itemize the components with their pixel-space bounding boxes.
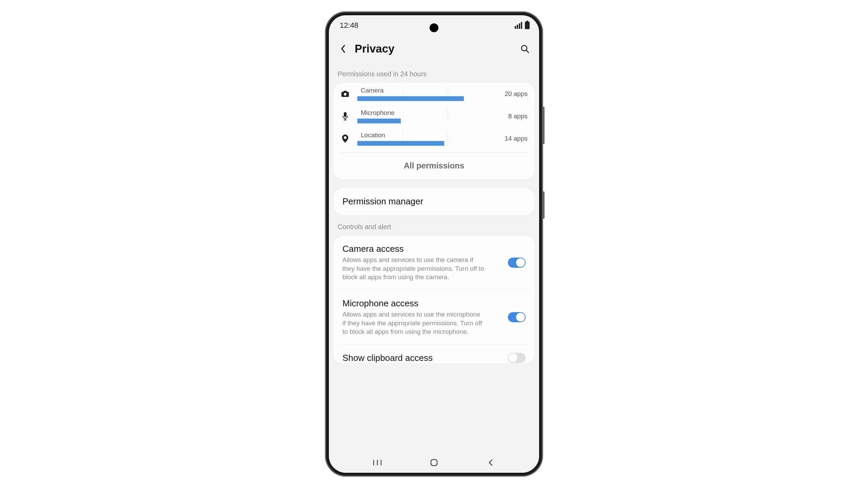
- permissions-card: Camera 20 apps Microphone 8 a: [334, 83, 534, 179]
- permission-name: Camera: [357, 87, 494, 94]
- header: Privacy: [329, 36, 539, 62]
- permissions-used-label: Permissions used in 24 hours: [329, 62, 539, 83]
- microphone-icon: [340, 112, 350, 121]
- svg-point-4: [344, 93, 347, 96]
- camera-access-item[interactable]: Camera access Allows apps and services t…: [334, 236, 534, 290]
- nav-bar: [329, 452, 539, 473]
- svg-rect-5: [344, 112, 347, 117]
- controls-alert-label: Controls and alert: [329, 215, 539, 236]
- clipboard-access-item[interactable]: Show clipboard access: [334, 345, 534, 363]
- phone-side-button: [542, 107, 545, 144]
- svg-rect-12: [431, 460, 437, 466]
- content: Permissions used in 24 hours Camera 20 a…: [329, 62, 539, 452]
- status-right: [514, 22, 530, 29]
- permission-bar: [357, 96, 464, 101]
- svg-line-1: [526, 50, 529, 53]
- search-icon[interactable]: [519, 43, 530, 54]
- permission-name: Microphone: [357, 109, 494, 117]
- permission-count: 14 apps: [501, 135, 528, 142]
- permission-row-microphone[interactable]: Microphone 8 apps: [334, 105, 534, 127]
- permission-name: Location: [357, 131, 494, 139]
- svg-rect-3: [343, 91, 347, 93]
- camera-notch: [430, 23, 438, 32]
- recents-button[interactable]: [371, 456, 384, 469]
- camera-access-toggle[interactable]: [508, 258, 526, 268]
- back-icon[interactable]: [338, 43, 349, 54]
- list-item-title: Camera access: [342, 244, 502, 254]
- list-item-desc: Allows apps and services to use the micr…: [342, 310, 485, 336]
- permission-bar: [357, 141, 444, 146]
- signal-icon: [514, 22, 522, 29]
- svg-point-8: [344, 136, 347, 139]
- list-item-title: Permission manager: [342, 196, 526, 207]
- phone-side-button: [542, 191, 545, 219]
- list-item-desc: Allows apps and services to use the came…: [342, 256, 485, 282]
- permission-row-location[interactable]: Location 14 apps: [334, 127, 534, 150]
- permission-count: 8 apps: [501, 113, 528, 120]
- list-item-title: Microphone access: [342, 298, 502, 309]
- screen: 12:48 Privacy Permissi: [329, 15, 539, 473]
- status-time: 12:48: [340, 21, 358, 30]
- microphone-access-toggle[interactable]: [508, 312, 526, 322]
- all-permissions-button[interactable]: All permissions: [334, 153, 534, 179]
- permission-manager-item[interactable]: Permission manager: [334, 188, 534, 215]
- phone-frame: 12:48 Privacy Permissi: [326, 12, 542, 476]
- permission-row-camera[interactable]: Camera 20 apps: [334, 83, 534, 105]
- list-item-title: Show clipboard access: [342, 353, 502, 363]
- permission-bar: [357, 119, 401, 123]
- clipboard-access-toggle[interactable]: [508, 353, 526, 363]
- permission-count: 20 apps: [501, 90, 528, 98]
- permission-manager-card: Permission manager: [334, 188, 534, 215]
- microphone-access-item[interactable]: Microphone access Allows apps and servic…: [334, 290, 534, 344]
- camera-icon: [340, 90, 350, 97]
- nav-back-button[interactable]: [484, 456, 497, 469]
- location-icon: [340, 134, 350, 143]
- battery-icon: [525, 22, 530, 29]
- home-button[interactable]: [427, 456, 441, 469]
- controls-card: Camera access Allows apps and services t…: [334, 236, 534, 363]
- page-title: Privacy: [355, 42, 513, 55]
